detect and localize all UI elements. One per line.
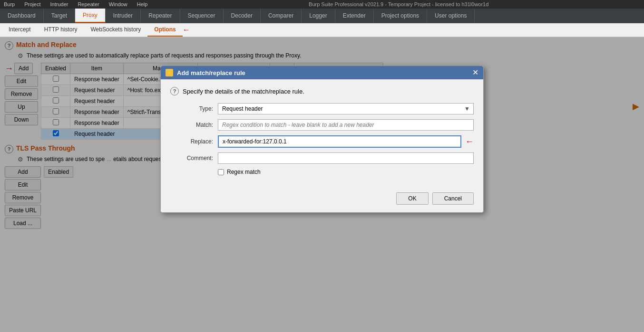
type-select-wrapper: Request header ▼ — [218, 103, 474, 114]
options-arrow-indicator: ← — [183, 26, 190, 34]
form-row-replace: Replace: ← — [170, 135, 474, 148]
comment-input[interactable] — [218, 152, 474, 164]
replace-label: Replace: — [170, 138, 213, 145]
menu-window[interactable]: Window — [109, 1, 127, 7]
menu-project[interactable]: Project — [24, 1, 40, 7]
regex-match-label: Regex match — [227, 169, 261, 175]
form-row-type: Type: Request header ▼ — [170, 103, 474, 114]
title-bar: Burp Project Intruder Repeater Window He… — [0, 0, 644, 9]
menu-burp[interactable]: Burp — [4, 1, 15, 7]
tab-sequencer[interactable]: Sequencer — [180, 9, 224, 22]
tab-comparer[interactable]: Comparer — [261, 9, 302, 22]
main-content: ? Match and Replace ⚙ These settings are… — [0, 37, 644, 332]
menu-help[interactable]: Help — [137, 1, 148, 7]
type-select[interactable]: Request header — [218, 103, 474, 114]
modal-title: Add match/replace rule — [177, 69, 468, 76]
tab-logger[interactable]: Logger — [302, 9, 335, 22]
replace-input[interactable] — [218, 135, 461, 148]
type-label: Type: — [170, 105, 213, 112]
modal-help-icon: ? — [170, 87, 179, 95]
comment-label: Comment: — [170, 155, 213, 161]
main-tab-bar: Dashboard Target Proxy Intruder Repeater… — [0, 9, 644, 23]
modal-icon: ⚡ — [166, 69, 173, 76]
menu-intruder[interactable]: Intruder — [50, 1, 68, 7]
sub-tab-websockets[interactable]: WebSockets history — [84, 23, 148, 37]
match-input[interactable] — [218, 119, 474, 131]
form-row-match: Match: — [170, 119, 474, 131]
tab-target[interactable]: Target — [44, 9, 75, 22]
tab-decoder[interactable]: Decoder — [224, 9, 261, 22]
tab-dashboard[interactable]: Dashboard — [0, 9, 44, 22]
modal-footer: OK Cancel — [161, 188, 483, 212]
tab-project-options[interactable]: Project options — [374, 9, 427, 22]
tab-intruder[interactable]: Intruder — [106, 9, 141, 22]
sub-tab-intercept[interactable]: Intercept — [2, 23, 38, 37]
form-row-comment: Comment: — [170, 152, 474, 164]
modal-title-bar: ⚡ Add match/replace rule ✕ — [161, 66, 483, 79]
modal-close-button[interactable]: ✕ — [472, 69, 478, 76]
regex-match-row: Regex match — [218, 169, 474, 175]
tab-user-options[interactable]: User options — [427, 9, 475, 22]
modal-body: ? Specify the details of the match/repla… — [161, 79, 483, 188]
tab-extender[interactable]: Extender — [335, 9, 374, 22]
menu-repeater[interactable]: Repeater — [78, 1, 99, 7]
cancel-button[interactable]: Cancel — [432, 192, 474, 205]
app-title: Burp Suite Professional v2021.9 - Tempor… — [157, 1, 640, 7]
modal-dialog: ⚡ Add match/replace rule ✕ ? Specify the… — [160, 66, 484, 213]
sub-tab-options[interactable]: Options — [147, 23, 182, 37]
sub-tab-http-history[interactable]: HTTP history — [38, 23, 84, 37]
regex-match-checkbox[interactable] — [218, 169, 224, 175]
ok-button[interactable]: OK — [396, 192, 428, 205]
modal-overlay: ⚡ Add match/replace rule ✕ ? Specify the… — [0, 37, 644, 332]
tab-proxy[interactable]: Proxy — [75, 9, 106, 23]
modal-description: ? Specify the details of the match/repla… — [170, 87, 474, 95]
replace-arrow: ← — [465, 137, 474, 147]
match-label: Match: — [170, 122, 213, 128]
tab-repeater[interactable]: Repeater — [141, 9, 180, 22]
sub-tab-bar: Intercept HTTP history WebSockets histor… — [0, 23, 644, 37]
